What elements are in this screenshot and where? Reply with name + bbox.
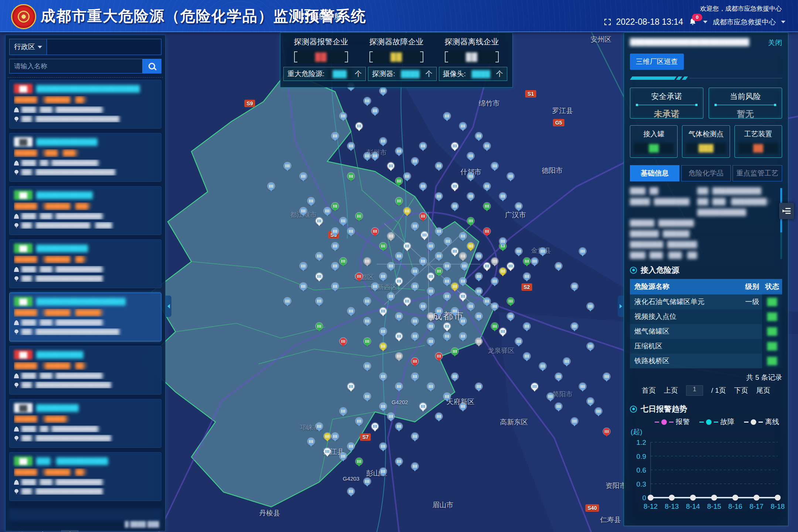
map-marker[interactable] [515,248,522,255]
map-marker[interactable] [316,298,323,304]
map-marker[interactable] [451,283,458,290]
map-marker[interactable] [444,293,450,300]
table-row[interactable]: 燃气储罐区██ [630,324,782,339]
map-marker[interactable] [603,428,610,435]
map-marker[interactable] [427,383,434,390]
map-marker[interactable] [460,318,466,324]
map-marker[interactable] [356,418,362,424]
map-marker[interactable] [587,343,594,349]
map-marker[interactable] [460,233,466,239]
map-marker[interactable] [460,278,466,284]
map-marker[interactable] [436,253,442,259]
map-marker[interactable] [316,323,323,330]
map-marker[interactable] [364,98,371,104]
sidebar-collapse-handle[interactable] [166,296,171,317]
search-button[interactable] [142,59,161,74]
map-marker[interactable] [460,253,466,259]
map-marker[interactable] [364,258,371,265]
map-marker[interactable] [444,113,450,119]
tab-重点监管工艺[interactable]: 重点监管工艺 [733,165,782,181]
map-marker[interactable] [404,173,410,180]
map-marker[interactable] [420,183,426,190]
map-marker[interactable] [380,88,386,94]
map-marker[interactable] [563,358,570,365]
map-marker[interactable] [579,248,586,255]
company-list-item[interactable]: ██████████████████▌【██████ - ██】███▌ ███… [9,239,161,288]
map-marker[interactable] [396,278,402,284]
map-marker[interactable] [451,203,458,209]
map-marker[interactable] [284,298,291,304]
map-marker[interactable] [444,278,450,284]
map-marker[interactable] [427,323,434,330]
bell-caret-icon[interactable] [703,21,707,23]
table-row[interactable]: 铁路栈桥区██ [630,354,782,368]
map-marker[interactable] [467,173,474,180]
company-list-item[interactable]: █████████████████▌【██████ - ██】███▌ ███ … [9,346,161,395]
map-marker[interactable] [364,478,371,485]
map-marker[interactable] [284,163,291,169]
map-marker[interactable] [524,258,530,265]
trend-legend-item[interactable]: 故障 [699,417,734,427]
map-marker[interactable] [461,263,468,269]
map-marker[interactable] [421,232,428,238]
map-marker[interactable] [396,148,402,154]
map-marker[interactable] [268,183,274,190]
map-marker[interactable] [571,323,578,330]
map-marker[interactable] [348,143,354,149]
map-marker[interactable] [427,313,434,320]
map-marker[interactable] [420,403,426,410]
map-marker[interactable] [524,353,530,359]
map-marker[interactable] [587,303,594,310]
map-marker[interactable] [412,433,418,440]
map-marker[interactable] [444,333,450,340]
map-marker[interactable] [507,313,514,320]
map-marker[interactable] [340,218,347,224]
map-marker[interactable] [340,408,347,415]
map-marker[interactable] [404,208,410,214]
map-marker[interactable] [587,398,594,405]
map-marker[interactable] [412,358,418,365]
fullscreen-icon[interactable] [604,19,611,25]
map-marker[interactable] [603,373,610,380]
map-marker[interactable] [380,373,386,380]
map-marker[interactable] [460,293,466,300]
map-marker[interactable] [316,423,323,430]
map-marker[interactable] [396,313,402,320]
region-filter-dropdown[interactable]: 行政区 [10,39,47,55]
map-marker[interactable] [427,243,434,249]
map-marker[interactable] [444,393,450,400]
map-marker[interactable] [412,268,418,274]
map-marker[interactable] [372,228,378,235]
map-marker[interactable] [467,243,474,249]
table-row[interactable]: 视频接入点位██ [630,309,782,324]
map-marker[interactable] [436,413,442,420]
map-marker[interactable] [332,283,338,290]
map-marker[interactable] [484,143,490,149]
map-marker[interactable] [364,363,371,369]
map-marker[interactable] [356,273,362,280]
system-nav-button[interactable]: 系统导航 [301,11,342,21]
map-marker[interactable] [436,353,442,359]
map-marker[interactable] [300,208,307,214]
map-marker[interactable] [332,228,338,235]
map-marker[interactable] [348,173,354,180]
map-marker[interactable] [499,328,506,335]
map-marker[interactable] [475,313,482,320]
company-list-item[interactable]: ██████████████████████████▌【██████ - ███… [9,293,161,341]
map-marker[interactable] [388,163,394,169]
map-marker[interactable] [491,303,498,310]
map-marker[interactable] [396,333,402,340]
map-marker[interactable] [451,348,458,355]
map-marker[interactable] [571,418,578,424]
map-marker[interactable] [491,163,498,169]
map-marker[interactable] [364,393,371,400]
map-marker[interactable] [308,438,314,445]
map-marker[interactable] [332,263,338,269]
map-marker[interactable] [484,228,490,235]
map-marker[interactable] [396,353,402,359]
map-marker[interactable] [467,303,474,310]
map-marker[interactable] [412,318,418,324]
map-marker[interactable] [531,383,538,390]
page-prev-button[interactable]: 上页 [39,531,53,532]
map-marker[interactable] [467,193,474,200]
